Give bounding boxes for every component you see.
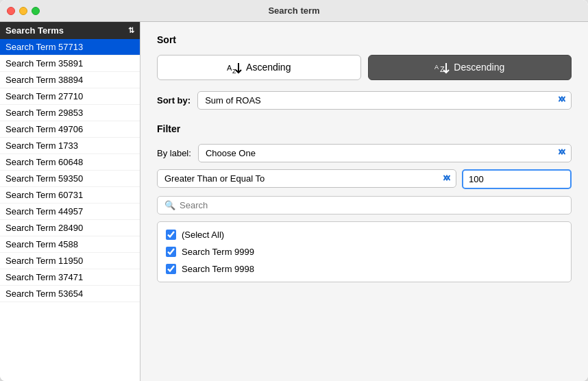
- ascending-button[interactable]: AZ Ascending: [157, 55, 361, 80]
- list-item[interactable]: Search Term 4588: [0, 236, 140, 253]
- svg-text:A: A: [434, 64, 439, 71]
- ascending-icon: AZ: [227, 61, 242, 74]
- checkbox-9999[interactable]: [166, 247, 176, 257]
- list-item[interactable]: Search Term 60648: [0, 154, 140, 171]
- checkbox-9998-label: Search Term 9998: [182, 264, 254, 274]
- sort-section: Sort AZ Ascending AZ Descending Sort by:…: [157, 34, 572, 110]
- list-item[interactable]: Search Term 35891: [0, 56, 140, 72]
- svg-text:Z: Z: [440, 65, 445, 73]
- main-window: Search term Search Terms ⇅ Search Term 5…: [0, 0, 588, 381]
- filter-section: Filter By label: Choose One Contains Doe…: [157, 123, 572, 282]
- left-panel-header: Search Terms ⇅: [0, 22, 140, 39]
- condition-select-wrapper: Greater Than or Equal To Less Than or Eq…: [157, 169, 456, 189]
- sort-title: Sort: [157, 34, 572, 45]
- descending-icon: AZ: [434, 61, 450, 74]
- minimize-button[interactable]: [19, 7, 27, 15]
- search-box: 🔍: [157, 196, 572, 214]
- by-label-label: By label:: [157, 148, 191, 158]
- search-terms-list: Search Term 57713Search Term 35891Search…: [0, 39, 140, 302]
- list-item[interactable]: Search Term 1733: [0, 138, 140, 154]
- titlebar: Search term: [0, 0, 588, 22]
- window-title: Search term: [268, 5, 319, 16]
- checkbox-item-9999: Search Term 9999: [158, 243, 571, 260]
- list-item[interactable]: Search Term 44957: [0, 204, 140, 220]
- list-item[interactable]: Search Term 49706: [0, 121, 140, 138]
- list-item[interactable]: Search Term 57713: [0, 39, 140, 56]
- traffic-lights: [7, 7, 40, 15]
- list-item[interactable]: Search Term 59350: [0, 171, 140, 187]
- list-item[interactable]: Search Term 28490: [0, 220, 140, 236]
- descending-label: Descending: [454, 62, 504, 73]
- condition-row: Greater Than or Equal To Less Than or Eq…: [157, 169, 572, 189]
- svg-text:A: A: [227, 64, 232, 72]
- sort-by-select[interactable]: Sum of ROAS Count Name: [197, 91, 572, 110]
- sort-by-select-wrapper: Sum of ROAS Count Name: [197, 91, 572, 110]
- condition-select[interactable]: Greater Than or Equal To Less Than or Eq…: [157, 169, 456, 188]
- by-label-select[interactable]: Choose One Contains Does Not Contain: [198, 144, 572, 162]
- left-panel: Search Terms ⇅ Search Term 57713Search T…: [0, 22, 140, 381]
- list-item[interactable]: Search Term 53654: [0, 286, 140, 302]
- checkbox-9998[interactable]: [166, 264, 176, 274]
- sort-by-row: Sort by: Sum of ROAS Count Name: [157, 91, 572, 110]
- sort-icon[interactable]: ⇅: [128, 26, 134, 35]
- list-item[interactable]: Search Term 27710: [0, 88, 140, 105]
- list-item[interactable]: Search Term 29853: [0, 105, 140, 121]
- checkbox-item-select-all: (Select All): [158, 226, 571, 243]
- filter-title: Filter: [157, 123, 572, 134]
- sort-buttons: AZ Ascending AZ Descending: [157, 55, 572, 80]
- checkbox-select-all-label: (Select All): [182, 230, 224, 240]
- right-panel: Sort AZ Ascending AZ Descending Sort by:…: [140, 22, 588, 381]
- list-item[interactable]: Search Term 11950: [0, 253, 140, 269]
- descending-button[interactable]: AZ Descending: [368, 55, 572, 80]
- list-item[interactable]: Search Term 60731: [0, 187, 140, 204]
- left-panel-title: Search Terms: [5, 25, 64, 36]
- close-button[interactable]: [7, 7, 15, 15]
- checkbox-list: (Select All) Search Term 9999 Search Ter…: [157, 221, 572, 282]
- value-input[interactable]: [462, 169, 572, 189]
- sort-by-label: Sort by:: [157, 95, 191, 106]
- checkbox-9999-label: Search Term 9999: [182, 247, 254, 257]
- filter-by-label-row: By label: Choose One Contains Does Not C…: [157, 144, 572, 162]
- search-icon: 🔍: [164, 200, 175, 210]
- list-item[interactable]: Search Term 38894: [0, 72, 140, 88]
- maximize-button[interactable]: [32, 7, 40, 15]
- checkbox-select-all[interactable]: [166, 230, 176, 240]
- search-input[interactable]: [180, 200, 564, 210]
- checkbox-item-9998: Search Term 9998: [158, 260, 571, 278]
- by-label-select-wrapper: Choose One Contains Does Not Contain: [198, 144, 572, 162]
- ascending-label: Ascending: [246, 62, 291, 73]
- list-item[interactable]: Search Term 37471: [0, 269, 140, 286]
